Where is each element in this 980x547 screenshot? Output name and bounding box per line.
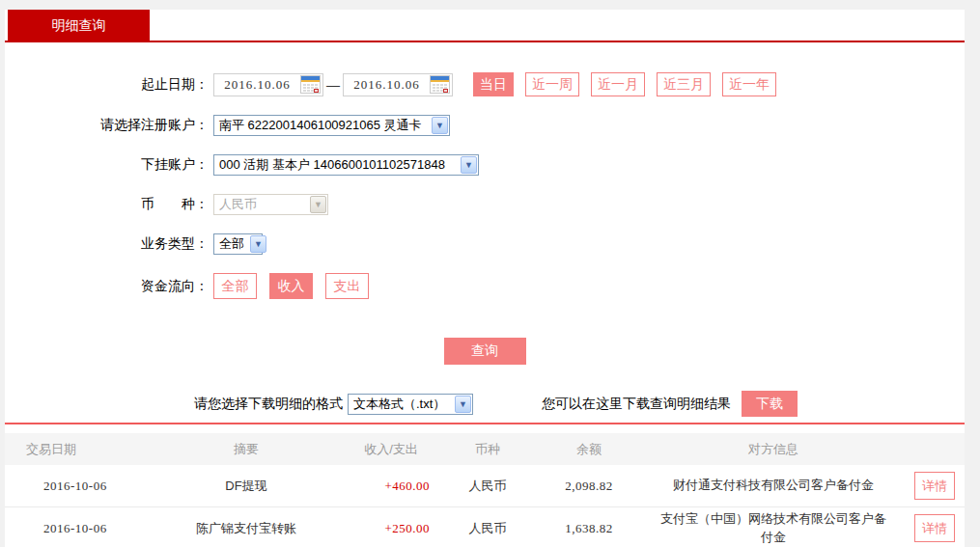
cell-trade-date: 2016-10-06 — [5, 479, 150, 494]
detail-button[interactable]: 详情 — [914, 514, 955, 542]
download-row: 请您选择下载明细的格式 文本格式（.txt） ▼ 您可以在这里下载查询明细结果 … — [5, 391, 965, 417]
fund-direction-income-button[interactable]: 收入 — [269, 273, 313, 299]
tab-bar: 明细查询 — [5, 10, 965, 42]
cell-summary: DF提现 — [150, 478, 343, 495]
sub-account-value: 000 活期 基本户 1406600101102571848 — [214, 156, 460, 174]
calendar-icon[interactable] — [300, 75, 321, 94]
detail-button[interactable]: 详情 — [914, 472, 955, 500]
header-balance: 余额 — [536, 441, 642, 458]
date-range-row: 起止日期： 2016.10.06 — [5, 72, 965, 96]
date-range-label: 起止日期： — [5, 76, 209, 94]
calendar-icon[interactable] — [430, 75, 450, 94]
cell-currency: 人民币 — [439, 478, 536, 495]
results-table: 交易日期 摘要 收入/支出 币种 余额 对方信息 2016-10-06 DF提现… — [5, 423, 965, 547]
fund-direction-all-button[interactable]: 全部 — [213, 273, 257, 299]
date-to-input[interactable]: 2016.10.06 — [343, 73, 453, 96]
header-summary: 摘要 — [150, 441, 343, 458]
currency-value: 人民币 — [214, 196, 309, 213]
fund-direction-label: 资金流向： — [5, 278, 209, 295]
chevron-down-icon[interactable]: ▼ — [432, 117, 448, 134]
registered-account-label: 请选择注册账户： — [5, 117, 209, 134]
table-row: 2016-10-06 DF提现 +460.00 人民币 2,098.82 财付通… — [5, 465, 965, 507]
cell-balance: 2,098.82 — [536, 479, 642, 494]
fund-direction-expense-button[interactable]: 支出 — [325, 273, 369, 299]
chevron-down-icon[interactable]: ▼ — [455, 396, 471, 413]
registered-account-select[interactable]: 南平 6222001406100921065 灵通卡 ▼ — [213, 115, 450, 136]
cell-trade-date: 2016-10-06 — [5, 521, 150, 536]
date-to-value: 2016.10.06 — [344, 77, 430, 93]
registered-account-value: 南平 6222001406100921065 灵通卡 — [214, 117, 431, 134]
header-trade-date: 交易日期 — [5, 441, 150, 458]
download-format-value: 文本格式（.txt） — [349, 396, 454, 413]
cell-amount: +460.00 — [343, 479, 439, 494]
range-button-month[interactable]: 近一月 — [591, 72, 645, 96]
currency-label: 币 种： — [5, 196, 209, 213]
sub-account-select[interactable]: 000 活期 基本户 1406600101102571848 ▼ — [213, 154, 479, 176]
sub-account-label: 下挂账户： — [5, 156, 209, 174]
cell-currency: 人民币 — [439, 520, 536, 537]
query-form: 起止日期： 2016.10.06 — [5, 42, 965, 417]
content-panel: 明细查询 起止日期： 2016.10.06 — [5, 10, 965, 547]
cell-amount: +250.00 — [343, 521, 439, 536]
header-counterparty: 对方信息 — [642, 441, 905, 458]
business-type-label: 业务类型： — [5, 235, 209, 253]
query-button[interactable]: 查询 — [444, 338, 526, 365]
currency-row: 币 种： 人民币 ▼ — [5, 194, 965, 215]
date-separator: — — [326, 77, 340, 93]
range-button-year[interactable]: 近一年 — [722, 72, 776, 96]
table-row: 2016-10-06 陈广锦支付宝转账 +250.00 人民币 1,638.82… — [5, 507, 965, 547]
cell-counterparty: 支付宝（中国）网络技术有限公司客户备付金 — [642, 510, 905, 547]
date-from-input[interactable]: 2016.10.06 — [213, 73, 323, 96]
date-from-value: 2016.10.06 — [214, 77, 300, 93]
tab-detail-query[interactable]: 明细查询 — [8, 10, 150, 41]
chevron-down-icon: ▼ — [310, 196, 326, 213]
range-button-today[interactable]: 当日 — [473, 72, 514, 96]
range-button-week[interactable]: 近一周 — [525, 72, 579, 96]
cell-counterparty: 财付通支付科技有限公司客户备付金 — [642, 477, 905, 495]
currency-select: 人民币 ▼ — [213, 194, 328, 215]
header-currency: 币种 — [439, 441, 536, 458]
table-header-row: 交易日期 摘要 收入/支出 币种 余额 对方信息 — [5, 433, 965, 465]
chevron-down-icon[interactable]: ▼ — [461, 156, 477, 174]
download-format-label: 请您选择下载明细的格式 — [194, 396, 343, 413]
header-income-expense: 收入/支出 — [343, 441, 439, 458]
business-type-value: 全部 — [214, 235, 249, 253]
business-type-select[interactable]: 全部 ▼ — [213, 233, 263, 255]
download-format-select[interactable]: 文本格式（.txt） ▼ — [348, 394, 473, 415]
cell-summary: 陈广锦支付宝转账 — [150, 520, 343, 537]
registered-account-row: 请选择注册账户： 南平 6222001406100921065 灵通卡 ▼ — [5, 115, 965, 136]
sub-account-row: 下挂账户： 000 活期 基本户 1406600101102571848 ▼ — [5, 154, 965, 176]
business-type-row: 业务类型： 全部 ▼ — [5, 233, 965, 255]
download-button[interactable]: 下载 — [742, 391, 798, 417]
download-hint: 您可以在这里下载查询明细结果 — [542, 396, 731, 413]
cell-balance: 1,638.82 — [536, 521, 642, 536]
chevron-down-icon[interactable]: ▼ — [250, 235, 266, 253]
range-button-3months[interactable]: 近三月 — [657, 72, 711, 96]
fund-direction-row: 资金流向： 全部 收入 支出 — [5, 273, 965, 299]
